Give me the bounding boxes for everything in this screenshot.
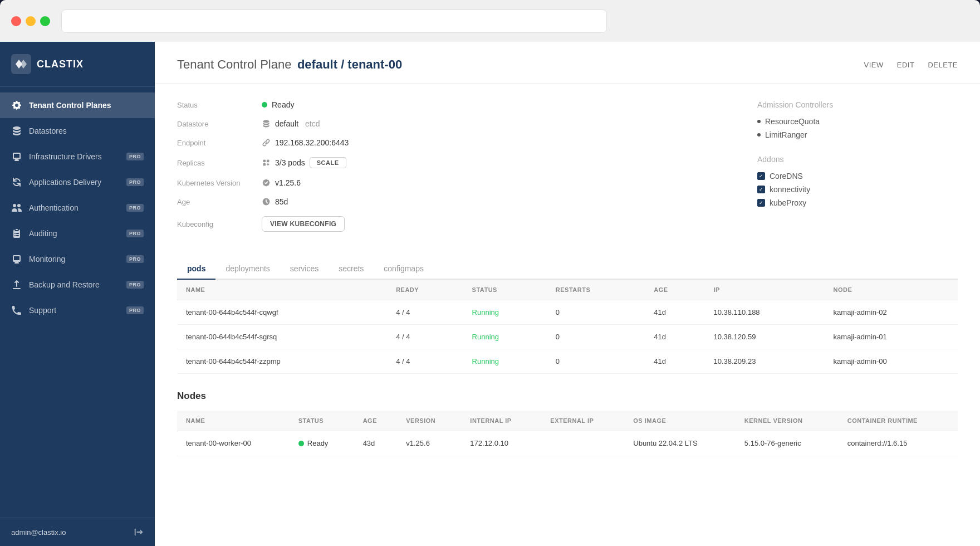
clipboard-icon xyxy=(11,228,22,239)
details-right: Admission Controllers ResourceQuota Limi… xyxy=(757,100,958,242)
node-version: v1.25.6 xyxy=(397,431,461,456)
sidebar: CLASTIX Tenant Control Planes Datastores xyxy=(0,42,155,546)
sidebar-item-auditing[interactable]: Auditing PRO xyxy=(0,221,155,246)
col-node: NODE xyxy=(825,280,958,300)
tab-services[interactable]: services xyxy=(280,259,329,280)
tab-configmaps[interactable]: configmaps xyxy=(374,259,434,280)
close-button[interactable] xyxy=(11,16,21,26)
delete-action[interactable]: DELETE xyxy=(928,61,958,69)
k8s-icon xyxy=(262,178,271,187)
kubeconfig-label: Kubeconfig xyxy=(177,220,255,228)
addons-title: Addons xyxy=(757,155,958,164)
logo-text: CLASTIX xyxy=(37,58,84,70)
scrollable-content: Status Ready Datastore xyxy=(155,84,980,546)
table-row[interactable]: tenant-00-644b4c544f-cqwgf 4 / 4 Running… xyxy=(177,300,958,325)
sidebar-item-label: Datastores xyxy=(29,126,67,135)
tab-deployments[interactable]: deployments xyxy=(215,259,280,280)
node-col-external-ip: EXTERNAL IP xyxy=(541,411,624,431)
sidebar-item-authentication[interactable]: Authentication PRO xyxy=(0,195,155,221)
pod-status: Running xyxy=(463,325,547,349)
pod-restarts: 0 xyxy=(547,325,645,349)
addon-label: CoreDNS xyxy=(770,172,803,181)
tab-pods[interactable]: pods xyxy=(177,259,215,280)
node-container-runtime: containerd://1.6.15 xyxy=(839,431,958,456)
pods-table-container: NAME READY STATUS RESTARTS AGE IP NODE t… xyxy=(177,280,958,374)
node-col-status: STATUS xyxy=(290,411,354,431)
admission-controllers-title: Admission Controllers xyxy=(757,100,958,109)
pod-ip: 10.38.110.188 xyxy=(704,300,824,325)
age-label: Age xyxy=(177,198,255,206)
col-status: STATUS xyxy=(463,280,547,300)
scale-button[interactable]: SCALE xyxy=(310,157,346,168)
clock-icon xyxy=(262,197,271,206)
edit-action[interactable]: EDIT xyxy=(897,61,915,69)
refresh-icon xyxy=(11,177,22,188)
table-row[interactable]: tenant-00-644b4c544f-sgrsq 4 / 4 Running… xyxy=(177,325,958,349)
col-restarts: RESTARTS xyxy=(547,280,645,300)
node-col-container-runtime: CONTAINER RUNTIME xyxy=(839,411,958,431)
addon-checkbox: ✓ xyxy=(757,199,765,207)
pod-restarts: 0 xyxy=(547,300,645,325)
sidebar-item-label: Backup and Restore xyxy=(29,280,100,289)
col-age: AGE xyxy=(645,280,704,300)
traffic-lights xyxy=(11,16,50,26)
sidebar-item-infrastructure-drivers[interactable]: Infrastructure Drivers PRO xyxy=(0,144,155,169)
pods-table-body: tenant-00-644b4c544f-cqwgf 4 / 4 Running… xyxy=(177,300,958,374)
datastore-row: Datastore default etcd xyxy=(177,119,724,128)
pro-badge: PRO xyxy=(126,255,144,263)
address-bar[interactable] xyxy=(61,9,607,33)
view-kubeconfig-button[interactable]: VIEW KUBECONFIG xyxy=(262,216,345,232)
endpoint-row: Endpoint 192.168.32.200:6443 xyxy=(177,138,724,147)
maximize-button[interactable] xyxy=(40,16,50,26)
pro-badge: PRO xyxy=(126,204,144,212)
sidebar-item-backup-restore[interactable]: Backup and Restore PRO xyxy=(0,272,155,298)
sidebar-item-label: Monitoring xyxy=(29,255,65,264)
replicas-label: Replicas xyxy=(177,159,255,167)
status-dot xyxy=(262,102,267,108)
sidebar-item-tenant-control-planes[interactable]: Tenant Control Planes xyxy=(0,92,155,118)
pro-badge: PRO xyxy=(126,178,144,186)
addon-checkbox: ✓ xyxy=(757,186,765,193)
bullet-dot xyxy=(757,133,761,136)
tab-secrets[interactable]: secrets xyxy=(329,259,374,280)
clastix-logo-icon xyxy=(11,54,31,74)
sidebar-item-support[interactable]: Support PRO xyxy=(0,298,155,323)
addon-label: kubeProxy xyxy=(770,198,806,207)
pod-node: kamaji-admin-01 xyxy=(825,325,958,349)
sidebar-item-applications-delivery[interactable]: Applications Delivery PRO xyxy=(0,169,155,195)
replicas-value: 3/3 pods SCALE xyxy=(262,157,346,168)
col-name: NAME xyxy=(177,280,387,300)
database-icon xyxy=(11,125,22,136)
bullet-dot xyxy=(757,120,761,123)
addon-label: konnectivity xyxy=(770,185,810,194)
sidebar-item-label: Applications Delivery xyxy=(29,178,101,187)
pod-ip: 10.38.120.59 xyxy=(704,325,824,349)
table-row[interactable]: tenant-00-worker-00 Ready 43d v1.25.6 1 xyxy=(177,431,958,456)
pod-ready: 4 / 4 xyxy=(387,300,463,325)
page-title-prefix: Tenant Control Plane xyxy=(177,57,291,71)
pod-status: Running xyxy=(463,349,547,374)
users-icon xyxy=(11,202,22,213)
age-text: 85d xyxy=(275,197,288,206)
page-title-container: Tenant Control Plane default / tenant-00 xyxy=(177,57,402,72)
status-label: Status xyxy=(177,101,255,109)
k8s-version-text: v1.25.6 xyxy=(275,178,301,187)
nodes-table-container: NAME STATUS AGE VERSION INTERNAL IP EXTE… xyxy=(177,411,958,456)
logout-icon[interactable] xyxy=(134,527,144,537)
node-name: tenant-00-worker-00 xyxy=(177,431,290,456)
node-col-internal-ip: INTERNAL IP xyxy=(461,411,541,431)
sidebar-item-monitoring[interactable]: Monitoring PRO xyxy=(0,246,155,272)
sidebar-logo: CLASTIX xyxy=(0,42,155,87)
replicas-text: 3/3 pods xyxy=(275,158,305,167)
table-row[interactable]: tenant-00-644b4c544f-zzpmp 4 / 4 Running… xyxy=(177,349,958,374)
node-col-version: VERSION xyxy=(397,411,461,431)
pod-age: 41d xyxy=(645,300,704,325)
details-grid: Status Ready Datastore xyxy=(177,100,958,242)
minimize-button[interactable] xyxy=(26,16,36,26)
pro-badge: PRO xyxy=(126,230,144,237)
pods-table: NAME READY STATUS RESTARTS AGE IP NODE t… xyxy=(177,280,958,374)
sidebar-item-label: Auditing xyxy=(29,229,57,238)
sidebar-item-datastores[interactable]: Datastores xyxy=(0,118,155,144)
node-col-age: AGE xyxy=(354,411,398,431)
view-action[interactable]: VIEW xyxy=(864,61,884,69)
